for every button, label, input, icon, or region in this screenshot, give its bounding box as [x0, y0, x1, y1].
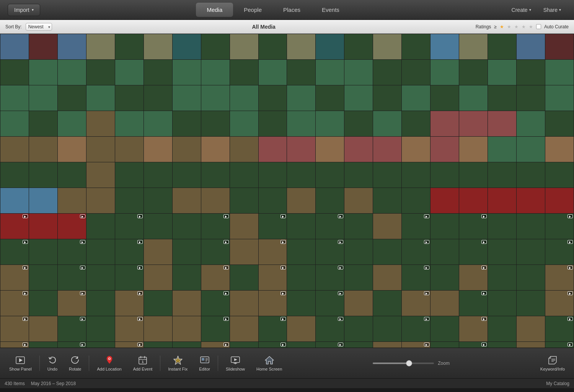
- photo-cell[interactable]: [344, 265, 373, 290]
- rotate-button[interactable]: ... Rotate: [64, 353, 86, 374]
- photo-cell[interactable]: [287, 239, 315, 265]
- photo-cell[interactable]: [459, 162, 488, 188]
- photo-cell[interactable]: [287, 137, 315, 162]
- photo-cell[interactable]: [29, 85, 57, 111]
- photo-cell[interactable]: [459, 34, 488, 59]
- photo-cell[interactable]: [29, 111, 57, 136]
- photo-cell[interactable]: [545, 85, 574, 111]
- photo-cell[interactable]: [29, 239, 57, 265]
- photo-cell[interactable]: [115, 214, 144, 239]
- photo-cell[interactable]: [58, 137, 86, 162]
- photo-cell[interactable]: [402, 85, 430, 111]
- photo-cell[interactable]: [29, 291, 57, 316]
- photo-cell[interactable]: [344, 85, 373, 111]
- photo-cell[interactable]: [58, 60, 86, 85]
- photo-cell[interactable]: [373, 265, 401, 290]
- photo-cell[interactable]: [344, 34, 373, 59]
- photo-cell[interactable]: [488, 162, 516, 188]
- photo-cell[interactable]: [402, 342, 430, 348]
- slideshow-button[interactable]: Slideshow: [220, 353, 250, 374]
- photo-cell[interactable]: [0, 111, 29, 136]
- photo-cell[interactable]: [517, 85, 545, 111]
- photo-cell[interactable]: [430, 137, 459, 162]
- photo-cell[interactable]: [545, 137, 574, 162]
- photo-cell[interactable]: [173, 85, 201, 111]
- photo-cell[interactable]: [402, 188, 430, 213]
- photo-cell[interactable]: [115, 111, 144, 136]
- photo-cell[interactable]: [201, 342, 230, 348]
- editor-button[interactable]: Editor: [194, 353, 215, 374]
- photo-cell[interactable]: [402, 214, 430, 239]
- photo-cell[interactable]: [29, 162, 57, 188]
- photo-cell[interactable]: [373, 111, 401, 136]
- photo-cell[interactable]: [373, 291, 401, 316]
- photo-cell[interactable]: [545, 214, 574, 239]
- photo-cell[interactable]: [86, 60, 115, 85]
- photo-cell[interactable]: [373, 60, 401, 85]
- photo-cell[interactable]: [86, 265, 115, 290]
- photo-cell[interactable]: [144, 342, 172, 348]
- photo-cell[interactable]: [29, 214, 57, 239]
- photo-cell[interactable]: [201, 291, 230, 316]
- photo-cell[interactable]: [459, 188, 488, 213]
- photo-cell[interactable]: [144, 34, 172, 59]
- photo-cell[interactable]: [173, 137, 201, 162]
- photo-cell[interactable]: [144, 137, 172, 162]
- photo-cell[interactable]: [58, 85, 86, 111]
- keyword-info-button[interactable]: Keyword/Info: [535, 353, 570, 374]
- photo-cell[interactable]: [545, 291, 574, 316]
- photo-cell[interactable]: [29, 342, 57, 348]
- photo-cell[interactable]: [58, 265, 86, 290]
- photo-cell[interactable]: [86, 316, 115, 341]
- photo-cell[interactable]: [259, 291, 287, 316]
- photo-cell[interactable]: [259, 316, 287, 341]
- photo-cell[interactable]: [230, 34, 258, 59]
- photo-cell[interactable]: [115, 85, 144, 111]
- photo-cell[interactable]: [259, 188, 287, 213]
- photo-cell[interactable]: [230, 85, 258, 111]
- photo-cell[interactable]: [488, 85, 516, 111]
- photo-cell[interactable]: [488, 137, 516, 162]
- photo-cell[interactable]: [287, 111, 315, 136]
- photo-cell[interactable]: [0, 188, 29, 213]
- photo-cell[interactable]: [144, 316, 172, 341]
- photo-cell[interactable]: [316, 239, 344, 265]
- photo-cell[interactable]: [173, 34, 201, 59]
- photo-cell[interactable]: [287, 265, 315, 290]
- photo-cell[interactable]: [58, 342, 86, 348]
- photo-cell[interactable]: [430, 291, 459, 316]
- photo-cell[interactable]: [459, 316, 488, 341]
- photo-cell[interactable]: [173, 291, 201, 316]
- photo-cell[interactable]: [459, 239, 488, 265]
- photo-cell[interactable]: [115, 316, 144, 341]
- photo-cell[interactable]: [459, 111, 488, 136]
- photo-cell[interactable]: [402, 111, 430, 136]
- photo-cell[interactable]: [316, 342, 344, 348]
- tab-places[interactable]: Places: [272, 3, 311, 17]
- photo-cell[interactable]: [115, 265, 144, 290]
- photo-cell[interactable]: [173, 188, 201, 213]
- photo-cell[interactable]: [488, 265, 516, 290]
- photo-cell[interactable]: [259, 34, 287, 59]
- photo-cell[interactable]: [29, 316, 57, 341]
- photo-cell[interactable]: [316, 60, 344, 85]
- photo-cell[interactable]: [488, 239, 516, 265]
- photo-cell[interactable]: [173, 316, 201, 341]
- photo-cell[interactable]: [373, 188, 401, 213]
- photo-cell[interactable]: [287, 214, 315, 239]
- photo-cell[interactable]: [344, 60, 373, 85]
- photo-cell[interactable]: [173, 162, 201, 188]
- photo-cell[interactable]: [201, 111, 230, 136]
- create-button[interactable]: Create ▾: [506, 5, 536, 15]
- photo-cell[interactable]: [58, 162, 86, 188]
- photo-cell[interactable]: [201, 34, 230, 59]
- photo-cell[interactable]: [144, 162, 172, 188]
- photo-cell[interactable]: [115, 60, 144, 85]
- photo-cell[interactable]: [115, 188, 144, 213]
- photo-cell[interactable]: [230, 162, 258, 188]
- photo-cell[interactable]: [86, 111, 115, 136]
- photo-cell[interactable]: [0, 239, 29, 265]
- photo-cell[interactable]: [545, 60, 574, 85]
- photo-cell[interactable]: [230, 60, 258, 85]
- photo-cell[interactable]: [144, 85, 172, 111]
